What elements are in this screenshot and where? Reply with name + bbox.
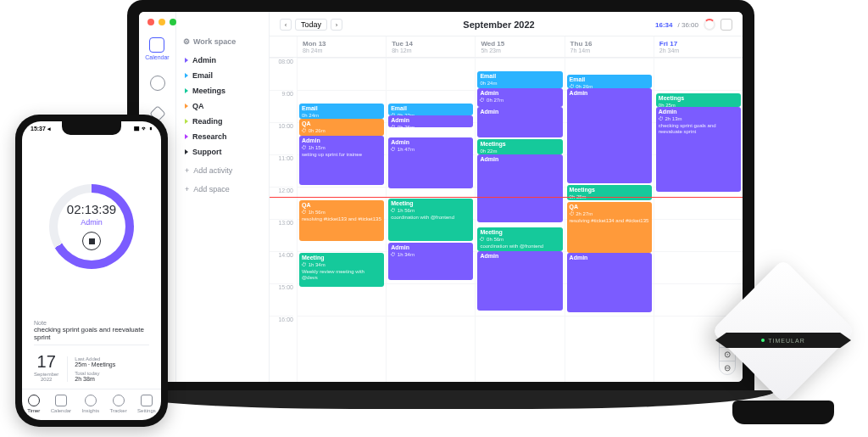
day-header-cell[interactable]: Fri 172h 34m — [654, 36, 743, 57]
sidebar-item-qa[interactable]: QA — [183, 98, 262, 114]
sidebar-item-research[interactable]: Research — [183, 129, 262, 144]
sidebar-item-meetings[interactable]: Meetings — [183, 83, 262, 98]
sidebar-item-reading[interactable]: Reading — [183, 114, 262, 129]
phone-tabbar: TimerCalendarInsightsTrackerSettings — [22, 389, 161, 420]
timer-value: 02:13:39 — [67, 202, 116, 216]
sidebar: Work space AdminEmailMeetingsQAReadingRe… — [176, 12, 270, 382]
tab-timer[interactable]: Timer — [27, 395, 40, 413]
calendar-event[interactable]: Admin⏱ 2h 13mchecking sprint goals and r… — [656, 107, 741, 192]
calendar-event[interactable]: Admin — [477, 154, 562, 222]
calendar-event[interactable]: Email0h 24m — [299, 104, 384, 119]
timer-activity[interactable]: Admin — [81, 218, 103, 227]
calendar-event[interactable]: Email0h 24m — [477, 71, 562, 88]
calendar-event[interactable]: Admin — [567, 88, 652, 183]
sidebar-item-email[interactable]: Email — [183, 68, 262, 83]
timer-area: 02:13:39 Admin — [22, 132, 161, 320]
phone-notch — [62, 121, 121, 135]
min-dot[interactable] — [159, 19, 165, 25]
calendar-event[interactable]: Meetings0h 25m — [567, 185, 652, 200]
calendar-event[interactable]: Meeting⏱ 1h 34mWeekly review meeting wit… — [299, 253, 384, 287]
calendar-event[interactable]: Admin⏱ 0h 26m — [388, 115, 473, 127]
calendar-event[interactable]: Email⏱ 0h 22m — [388, 104, 473, 115]
calendar-event[interactable]: Meetings0h 22m — [477, 139, 562, 154]
total-today-value: 2h 38m — [75, 376, 115, 382]
add-activity[interactable]: Add activity — [183, 163, 262, 178]
topbar: ‹ Today › September 2022 16:34 / 36:00 — [270, 12, 743, 36]
today-date: 17 September2022 — [34, 352, 58, 382]
tab-settings[interactable]: Settings — [137, 395, 156, 413]
calendar-event[interactable]: Meetings0h 25m — [656, 93, 741, 107]
note-label: Note — [34, 320, 149, 326]
device-brand-strip: TIMEULAR — [715, 333, 851, 348]
calendar-event[interactable]: Meeting⏱ 1h 56mcoordination with @fronte… — [388, 199, 473, 241]
tracker-device: TIMEULAR — [715, 280, 851, 416]
note-input[interactable]: checking sprint goals and reevaluate spr… — [34, 326, 149, 345]
rail-insights[interactable] — [150, 76, 165, 92]
day-header: Mon 138h 24mTue 148h 12mWed 155h 23mThu … — [270, 36, 743, 58]
now-indicator: 12:16 — [270, 197, 743, 198]
month-title: September 2022 — [463, 20, 534, 30]
tab-calendar[interactable]: Calendar — [51, 395, 71, 413]
laptop-frame: Calendar Work space AdminEmailMeetingsQA… — [127, 0, 754, 416]
calendar-event[interactable]: Admin⏱ 1h 34m — [388, 243, 473, 280]
calendar-event[interactable]: Admin — [567, 253, 652, 312]
workspace-header[interactable]: Work space — [183, 37, 262, 46]
rail-calendar[interactable]: Calendar — [145, 37, 169, 60]
day-header-cell[interactable]: Thu 167h 14m — [565, 36, 654, 57]
led-icon — [761, 339, 765, 342]
rail-calendar-label: Calendar — [145, 54, 169, 60]
calendar-icon — [149, 37, 164, 53]
tab-tracker[interactable]: Tracker — [110, 395, 127, 413]
calendar-event[interactable]: Email⏱ 0h 26m — [567, 75, 652, 88]
window-controls — [147, 19, 176, 25]
stop-button[interactable] — [82, 232, 101, 250]
calendar-event[interactable]: QA⏱ 1h 56mresolving #ticket133 and #tick… — [299, 200, 384, 241]
calendar-event[interactable]: Admin — [477, 251, 562, 311]
day-header-cell[interactable]: Mon 138h 24m — [297, 36, 386, 57]
progress-ring-icon — [704, 19, 715, 31]
time-current: 16:34 — [655, 21, 672, 29]
day-header-cell[interactable]: Tue 148h 12m — [386, 36, 475, 57]
today-button[interactable]: Today — [295, 19, 327, 31]
time-total: / 36:00 — [678, 21, 698, 29]
max-dot[interactable] — [170, 19, 176, 25]
next-button[interactable]: › — [331, 19, 342, 31]
calendar-grid: 08:009:0010:0011:0012:0013:0014:0015:001… — [270, 58, 743, 382]
calendar-event[interactable]: Admin⏱ 1h 47m — [388, 137, 473, 188]
calendar-event[interactable]: Admin⏱ 1h 15msetting up sprint for train… — [299, 136, 384, 185]
timer-ring: 02:13:39 Admin — [49, 184, 134, 269]
tab-insights[interactable]: Insights — [81, 395, 99, 413]
prev-button[interactable]: ‹ — [280, 19, 292, 31]
sidebar-item-support[interactable]: Support — [183, 144, 262, 160]
add-space[interactable]: Add space — [183, 182, 262, 197]
calendar-event[interactable]: Admin⏱ 0h 27m — [477, 88, 562, 107]
day-header-cell[interactable]: Wed 155h 23m — [475, 36, 564, 57]
sidebar-item-admin[interactable]: Admin — [183, 53, 262, 68]
calendar-event[interactable]: Meeting⏱ 0h 56mcoordination with @fronte… — [477, 227, 562, 251]
calendar-event[interactable]: QA⏱ 0h 26m — [299, 119, 384, 136]
phone-frame: 15:37 ◂䷀ ᯤ ▮ 02:13:39 Admin Note checkin… — [15, 115, 168, 427]
calendar-main: ‹ Today › September 2022 16:34 / 36:00 M… — [270, 12, 743, 382]
calendar-picker-icon[interactable] — [721, 19, 732, 31]
pie-icon — [150, 76, 165, 91]
close-dot[interactable] — [147, 19, 154, 25]
calendar-event[interactable]: QA⏱ 2h 27mresolving #ticket134 and #tick… — [567, 202, 652, 253]
last-added-value: 25m · Meetings — [75, 361, 115, 367]
calendar-event[interactable]: Admin — [477, 107, 562, 137]
